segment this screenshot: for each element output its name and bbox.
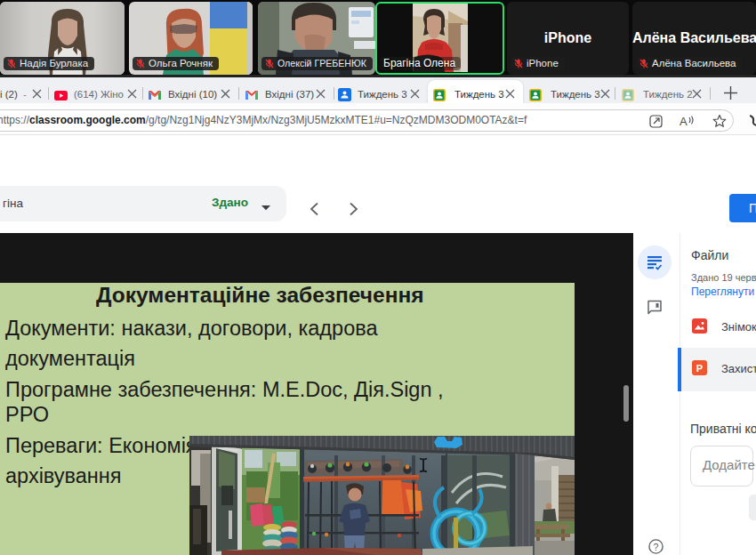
svg-text:P: P xyxy=(696,363,703,374)
svg-text:A: A xyxy=(680,115,688,128)
svg-text:?: ? xyxy=(654,542,659,552)
